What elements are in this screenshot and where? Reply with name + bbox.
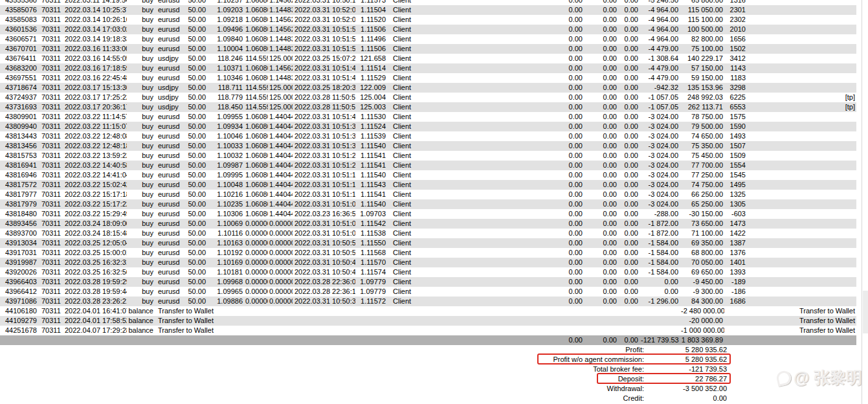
table-row[interactable]: 43724937703112022.03.17 17:25:22buyusdjp…: [0, 93, 856, 102]
cell-symbol: eurusd: [155, 5, 182, 15]
cell-symbol: eurusd: [155, 151, 182, 161]
cell-login: 70311: [40, 25, 61, 34]
table-row[interactable]: 43817572703112022.03.22 15:02:42buyeurus…: [0, 180, 856, 190]
cell-tp: 1.44044: [268, 151, 293, 161]
cell-commission: -1 584.00: [640, 238, 680, 248]
table-row[interactable]: 43601536703112022.03.14 17:03:02buyeurus…: [0, 25, 856, 34]
cell-open_time: 2022.03.22 15:02:42: [61, 180, 127, 190]
cell-price_open: 118.450: [207, 102, 244, 112]
cell-close_time: 2022.03.31 10:51:21: [293, 161, 355, 170]
cell-points: 1502: [724, 44, 747, 54]
table-row[interactable]: 43817979703112022.03.22 15:17:22buyeurus…: [0, 199, 856, 209]
cell-flag2: 0.00: [584, 170, 618, 180]
cell-open_time: 2022.03.11 14:19:54: [61, 0, 127, 5]
cell-symbol: eurusd: [155, 73, 182, 83]
cell-flag2: 0.00: [584, 199, 618, 209]
cell-profit: 135 153.96: [680, 83, 724, 93]
table-row[interactable]: 43697551703112022.03.16 22:45:48buyeurus…: [0, 73, 856, 83]
cell-profit: 69 350.00: [680, 238, 724, 248]
cell-price_close: 1.09779: [355, 277, 387, 287]
table-row[interactable]: 43966403703112022.03.28 19:59:29buyeurus…: [0, 277, 856, 287]
table-row[interactable]: 43670701703112022.03.16 11:33:00buyeurus…: [0, 44, 856, 54]
cell-type: buy: [127, 180, 155, 190]
cell-open_time: 2022.03.28 23:26:21: [61, 297, 127, 306]
table-row[interactable]: 43606571703112022.03.14 19:18:33buyeurus…: [0, 34, 856, 44]
table-row[interactable]: 43718674703112022.03.17 15:13:30buyusdjp…: [0, 83, 856, 93]
cell-note: [747, 151, 856, 161]
table-row[interactable]: 43809940703112022.03.22 11:15:07buyeurus…: [0, 122, 856, 131]
table-row[interactable]: 43731693703112022.03.17 20:36:17buyusdjp…: [0, 102, 856, 112]
scrollbar-thumb[interactable]: [863, 291, 868, 333]
table-row[interactable]: 43815753703112022.03.22 13:59:22buyeurus…: [0, 151, 856, 161]
cell-symbol: usdjpy: [155, 83, 182, 93]
cell-open_time: 2022.03.22 15:17:18: [61, 190, 127, 199]
table-row[interactable]: 43966412703112022.03.28 19:59:44buyeurus…: [0, 287, 856, 297]
cell-profit: 75 450.00: [680, 151, 724, 161]
cell-note: [747, 141, 856, 151]
cell-symbol: eurusd: [155, 238, 182, 248]
cell-volume: 50.00: [182, 190, 207, 199]
summary-label: Profit w/o agent commission:: [0, 355, 644, 365]
cell-commission: -1 296.00: [640, 297, 680, 306]
cell-symbol: eurusd: [155, 112, 182, 122]
cell-type: buy: [127, 258, 155, 267]
cell-flag2: 0.00: [584, 335, 618, 345]
cell-symbol: eurusd: [155, 248, 182, 258]
cell-tp: 1.14483: [268, 44, 293, 54]
table-row[interactable]: 43971086703112022.03.28 23:26:21buyeurus…: [0, 297, 856, 306]
table-row[interactable]: 43813456703112022.03.22 12:48:18buyeurus…: [0, 141, 856, 151]
cell-sl: 1.06080: [244, 180, 268, 190]
table-row[interactable]: 43913034703112022.03.25 12:05:04buyeurus…: [0, 238, 856, 248]
balance-row[interactable]: 44106180703112022.04.01 16:41:07balanceT…: [0, 306, 856, 316]
cell-login: 70311: [40, 229, 61, 238]
cell-points: 1575: [724, 112, 747, 122]
table-row[interactable]: 43919987703112022.03.25 16:32:31buyeurus…: [0, 258, 856, 267]
cell-price_open: 1.09886: [207, 297, 244, 306]
scrollbar[interactable]: [862, 0, 862, 404]
cell-flag3: 0.00: [618, 141, 640, 151]
cell-tp: 0.00000: [268, 287, 293, 297]
cell-login: 70311: [40, 34, 61, 44]
table-row[interactable]: 43818480703112022.03.22 15:29:49buyeurus…: [0, 209, 856, 219]
table-row[interactable]: 43816946703112022.03.22 14:41:04buyeurus…: [0, 170, 856, 180]
table-row[interactable]: 43917031703112022.03.25 15:00:01buyeurus…: [0, 248, 856, 258]
cell-close_time: 2022.03.31 10:51:07: [293, 199, 355, 209]
table-row[interactable]: 43817977703112022.03.22 15:17:18buyeurus…: [0, 190, 856, 199]
cell-profit: 74 750.00: [680, 180, 724, 190]
cell-reason: Client: [387, 151, 414, 161]
cell-close_time: 2022.03.31 10:51:51: [293, 44, 355, 54]
table-row[interactable]: 43893700703112022.03.24 18:15:48buyeurus…: [0, 229, 856, 238]
cell-reason: Client: [387, 267, 414, 277]
table-row[interactable]: 43676411703112022.03.16 14:55:05buyusdjp…: [0, 54, 856, 63]
table-row[interactable]: 43893456703112022.03.24 18:09:00buyeurus…: [0, 219, 856, 229]
cell-note: [747, 180, 856, 190]
cell-profit: 115 100.00: [680, 15, 724, 25]
cell-points: 1401: [724, 258, 747, 267]
table-row[interactable]: 43683200703112022.03.16 17:18:59buyeurus…: [0, 63, 856, 73]
table-row[interactable]: 43813443703112022.03.22 12:48:08buyeurus…: [0, 131, 856, 141]
cell-tp: 1.14483: [268, 73, 293, 83]
cell-price_open: 1.10048: [207, 180, 244, 190]
deals-table: 43555360703112022.03.11 14:19:54buyeurus…: [0, 0, 856, 345]
table-row[interactable]: 43920026703112022.03.25 16:32:56buyeurus…: [0, 267, 856, 277]
cell-note: [747, 277, 856, 287]
table-row[interactable]: 43585083703112022.03.14 10:26:10buyeurus…: [0, 15, 856, 25]
cell-sl: 1.06080: [244, 161, 268, 170]
totals-row[interactable]: 0.000.000.00-121 739.531 803 369.89: [0, 335, 856, 345]
cell-flag1: 0.00: [414, 44, 584, 54]
table-row[interactable]: 43816941703112022.03.22 14:40:58buyeurus…: [0, 161, 856, 170]
balance-row[interactable]: 44109279703112022.04.01 17:58:52balanceT…: [0, 316, 856, 326]
cell-flag1: 0.00: [414, 335, 584, 345]
table-row[interactable]: 43809901703112022.03.22 11:14:57buyeurus…: [0, 112, 856, 122]
cell-price_close: 1.11504: [355, 5, 387, 15]
balance-row[interactable]: 44251678703112022.04.07 17:29:28balanceT…: [0, 326, 856, 335]
cell-close_time: 2022.03.31 10:52:09: [293, 5, 355, 15]
cell-close_time: 2022.03.31 10:50:44: [293, 267, 355, 277]
cell-profit: 74 650.00: [680, 131, 724, 141]
cell-price_open: 1.10257: [207, 0, 244, 5]
table-row[interactable]: 43585076703112022.03.14 10:25:37buyeurus…: [0, 5, 856, 15]
table-row[interactable]: 43555360703112022.03.11 14:19:54buyeurus…: [0, 0, 856, 5]
cell-flag3: 0.00: [618, 73, 640, 83]
cell-commission: -1 584.00: [640, 248, 680, 258]
cell-flag2: 0.00: [584, 209, 618, 219]
